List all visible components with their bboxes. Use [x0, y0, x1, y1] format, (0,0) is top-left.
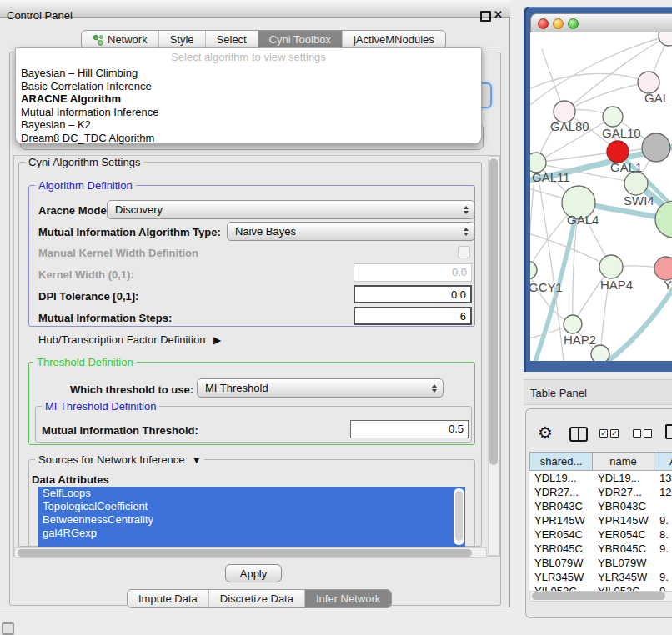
attributes-scrollbar-thumb[interactable]: [455, 491, 463, 541]
tab-select[interactable]: Select: [205, 31, 258, 48]
attribute-item[interactable]: SelfLoops: [38, 487, 465, 500]
deselect-all-checkboxes-icon[interactable]: [633, 429, 652, 438]
tab-network[interactable]: Network: [82, 31, 158, 48]
table-horizontal-scrollbar-thumb[interactable]: [532, 592, 665, 600]
tab-cyni-toolbox[interactable]: Cyni Toolbox: [258, 31, 342, 48]
node-swi4[interactable]: [624, 172, 648, 195]
manual-kernel-checkbox[interactable]: [458, 246, 470, 258]
tab-jactivemnodules[interactable]: jActiveMNodules: [342, 31, 445, 48]
cell: 12: [654, 485, 672, 499]
attribute-item[interactable]: gal4RGexp: [38, 527, 465, 540]
node[interactable]: [659, 32, 672, 46]
tab-discretize-data[interactable]: Discretize Data: [208, 590, 304, 608]
which-threshold-combobox[interactable]: MI Threshold: [197, 378, 444, 398]
dropdown-item[interactable]: Mutual Information Inference: [16, 106, 481, 119]
close-traffic-light-icon[interactable]: [538, 18, 549, 29]
table-header: shared... name A: [529, 452, 672, 471]
column-header-name[interactable]: name: [593, 452, 654, 471]
table-row[interactable]: YBR045C YBR045C 9.: [529, 542, 672, 556]
tab-cyni-toolbox-label: Cyni Toolbox: [269, 33, 331, 46]
hub-definition-expander[interactable]: Hub/Transcription Factor Definition ▶: [38, 333, 221, 346]
dropdown-item-selected[interactable]: ARACNE Algorithm: [16, 92, 481, 106]
node-label: HAP4: [600, 278, 633, 292]
aracne-mode-combobox[interactable]: Discovery: [107, 200, 475, 219]
node-gal10[interactable]: [603, 107, 623, 127]
split-columns-icon[interactable]: [569, 427, 588, 442]
dpi-tolerance-field[interactable]: 0.0: [354, 285, 472, 303]
document-icon[interactable]: [665, 424, 672, 439]
cell: YBL079W: [593, 556, 654, 570]
dropdown-list: Bayesian – Hill Climbing Basic Correlati…: [16, 67, 481, 144]
tab-impute-data[interactable]: Impute Data: [128, 590, 208, 608]
table-row[interactable]: YPR145W YPR145W 9.: [529, 513, 672, 528]
zoom-traffic-light-icon[interactable]: [568, 18, 579, 29]
table-row[interactable]: YLR345W YLR345W 9.: [529, 570, 672, 584]
cell: YBR043C: [529, 499, 593, 513]
algorithm-dropdown: Select algorithm to view settings Bayesi…: [15, 48, 482, 144]
table-row[interactable]: YBL079W YBL079W: [529, 556, 672, 570]
tab-infer-network-label: Infer Network: [316, 592, 380, 605]
tab-style[interactable]: Style: [158, 31, 205, 48]
dropdown-item[interactable]: Dream8 DC_TDC Algorithm: [16, 132, 481, 145]
dropdown-item[interactable]: Basic Correlation Inference: [16, 80, 481, 93]
mi-threshold-definition-title: MI Threshold Definition: [42, 400, 159, 412]
attribute-item[interactable]: BetweennessCentrality: [38, 513, 465, 527]
cell: 8.: [654, 528, 672, 542]
node[interactable]: [591, 345, 609, 361]
data-attributes-label: Data Attributes: [32, 473, 109, 486]
sources-expander[interactable]: Sources for Network Inference ▼: [35, 453, 204, 466]
node-label: GAL10: [602, 126, 641, 140]
node-label: GAL1: [610, 160, 642, 174]
cell: [654, 499, 672, 513]
table-row[interactable]: YDR27... YDR27... 12: [529, 485, 672, 499]
dropdown-prompt: Select algorithm to view settings: [16, 51, 481, 63]
sources-title: Sources for Network Inference: [38, 453, 185, 466]
mi-steps-field[interactable]: 6: [354, 307, 472, 325]
table-row-clipped[interactable]: YIL052C YIL052C 9: [529, 584, 672, 591]
cell: YBR045C: [529, 542, 593, 556]
select-all-checkboxes-icon[interactable]: ✓ ✓: [599, 429, 619, 438]
kernel-width-field[interactable]: 0.0: [354, 263, 472, 282]
apply-button[interactable]: Apply: [225, 564, 282, 582]
settings-vertical-scrollbar-thumb[interactable]: [489, 158, 498, 465]
gear-icon[interactable]: ⚙: [538, 422, 553, 442]
network-window-titlebar: [530, 13, 672, 33]
column-header-shared-name[interactable]: shared...: [529, 452, 593, 471]
tab-infer-network[interactable]: Infer Network: [304, 590, 391, 608]
network-view-window: GAL GAL80 GAL10 GAL1 GAL11 SWI4 GAL4 GCY…: [524, 7, 672, 372]
float-window-icon[interactable]: [480, 11, 491, 22]
node-gray[interactable]: [642, 133, 670, 162]
mi-type-combobox[interactable]: Naive Bayes: [227, 222, 475, 241]
minimized-panel-icon[interactable]: [2, 622, 14, 635]
cell: 9.: [654, 513, 672, 528]
node-label: SWI4: [624, 193, 654, 208]
close-icon[interactable]: ✕: [494, 8, 503, 21]
combo-arrows-icon: [464, 206, 469, 214]
dropdown-item[interactable]: Bayesian – Hill Climbing: [16, 67, 481, 80]
table-row[interactable]: YER054C YER054C 8.: [529, 528, 672, 542]
unchecked-box-icon: [633, 429, 641, 438]
settings-horizontal-scrollbar-thumb[interactable]: [18, 549, 472, 557]
node-label: GAL: [644, 91, 669, 105]
table-row[interactable]: YBR043C YBR043C: [529, 499, 672, 513]
attribute-item[interactable]: TopologicalCoefficient: [38, 500, 465, 513]
node-salmon[interactable]: [654, 257, 672, 280]
dpi-tolerance-label: DPI Tolerance [0,1]:: [38, 290, 138, 302]
network-canvas[interactable]: GAL GAL80 GAL10 GAL1 GAL11 SWI4 GAL4 GCY…: [530, 32, 672, 361]
tab-network-label: Network: [108, 33, 148, 46]
node-gcy1[interactable]: [530, 261, 537, 279]
cell: YDR27...: [593, 485, 654, 499]
node-label: HAP2: [564, 332, 596, 347]
node-hap4[interactable]: [599, 255, 623, 278]
tab-select-label: Select: [217, 33, 247, 46]
dropdown-item[interactable]: Bayesian – K2: [16, 118, 481, 132]
minimize-traffic-light-icon[interactable]: [553, 18, 564, 29]
mi-threshold-field[interactable]: 0.5: [350, 420, 469, 438]
node-large-green[interactable]: [655, 201, 672, 238]
column-header-clipped[interactable]: A: [654, 452, 672, 471]
node-hap2[interactable]: [564, 315, 582, 333]
panel-title: Control Panel: [7, 9, 73, 22]
table-panel-title: Table Panel: [530, 387, 587, 399]
table-row[interactable]: YDL19... YDL19... 13: [529, 471, 672, 485]
network-tab-icon: [93, 34, 103, 46]
